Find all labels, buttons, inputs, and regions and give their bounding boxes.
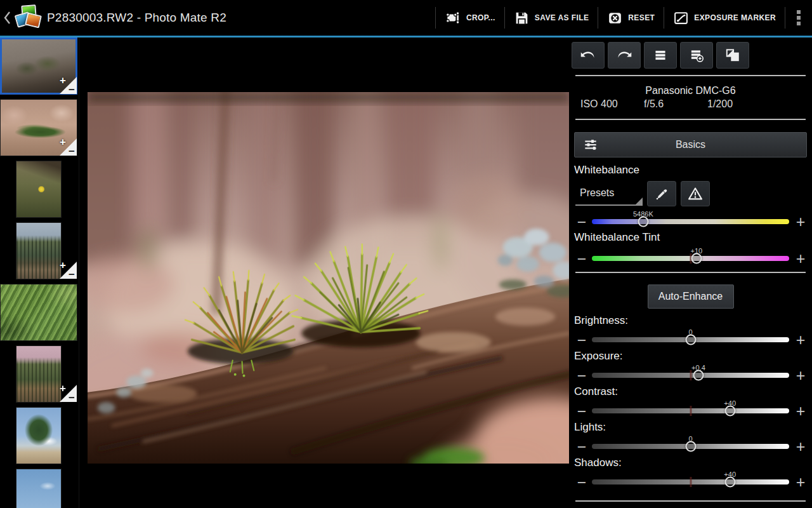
wb-preset-value: Presets bbox=[575, 187, 614, 199]
shadows-track[interactable]: +40 bbox=[592, 479, 789, 485]
brightness-group: Brightness: − 0 + bbox=[569, 314, 812, 344]
wb-preset-spinner[interactable]: Presets bbox=[575, 182, 643, 206]
crop-button[interactable]: CROP... bbox=[436, 0, 504, 36]
brightness-label: Brightness: bbox=[574, 314, 812, 327]
slider-thumb[interactable] bbox=[724, 406, 735, 417]
thumbnail-spruce-branches[interactable] bbox=[0, 284, 77, 341]
clipping-warning-button[interactable] bbox=[681, 181, 710, 206]
slider-plus[interactable]: + bbox=[794, 371, 807, 380]
contrast-group: Contrast: − +40 + bbox=[569, 385, 812, 415]
main-photo[interactable] bbox=[88, 92, 569, 464]
camera-model: Panasonic DMC-G6 bbox=[569, 85, 812, 97]
exposure-slider: − +0.4 + bbox=[575, 371, 807, 380]
brightness-track[interactable]: 0 bbox=[592, 337, 789, 342]
tone-curve-icon bbox=[673, 10, 689, 26]
iso-value: ISO 400 bbox=[580, 98, 644, 110]
save-icon bbox=[514, 10, 530, 26]
slider-plus[interactable]: + bbox=[794, 254, 807, 263]
thumbnail-yellow-flower[interactable] bbox=[0, 161, 77, 218]
divider bbox=[575, 272, 806, 273]
exif-row: ISO 400 f/5.6 1/200 bbox=[569, 98, 812, 110]
eyedropper-icon bbox=[654, 186, 669, 201]
edited-badge: + − bbox=[60, 385, 77, 402]
thumbnail-tree-sky[interactable] bbox=[0, 469, 77, 508]
shadows-slider: − +40 + bbox=[575, 478, 807, 486]
slider-thumb[interactable] bbox=[685, 441, 696, 452]
exposure-track[interactable]: +0.4 bbox=[592, 373, 789, 378]
exposure-marker-label: EXPOSURE MARKER bbox=[694, 13, 776, 22]
list-add-icon bbox=[688, 47, 705, 64]
window-title: P2830003.RW2 - Photo Mate R2 bbox=[47, 11, 226, 25]
add-snapshot-button[interactable] bbox=[680, 42, 713, 69]
slider-thumb[interactable] bbox=[724, 477, 735, 488]
warning-triangle-icon bbox=[687, 185, 704, 202]
slider-plus[interactable]: + bbox=[794, 217, 807, 226]
slider-minus[interactable]: − bbox=[575, 371, 588, 380]
thumbnail-image bbox=[16, 161, 62, 218]
exposure-marker-button[interactable]: EXPOSURE MARKER bbox=[664, 0, 785, 36]
thumbnail-image bbox=[16, 222, 62, 279]
lights-label: Lights: bbox=[574, 421, 812, 434]
back-button[interactable] bbox=[0, 0, 14, 36]
divider bbox=[575, 75, 806, 76]
before-after-button[interactable] bbox=[716, 42, 749, 69]
app-icon[interactable] bbox=[15, 4, 42, 32]
thumbnail-conifer-branch[interactable]: + − bbox=[0, 99, 77, 156]
whitebalance-label: Whitebalance bbox=[574, 164, 812, 177]
wb-temp-slider: − 5486K + bbox=[575, 217, 807, 226]
wb-tint-track[interactable]: +10 bbox=[592, 256, 789, 261]
panel-toolbar bbox=[572, 42, 812, 69]
reset-label: RESET bbox=[628, 13, 655, 22]
slider-minus[interactable]: − bbox=[575, 217, 588, 226]
section-title: Basics bbox=[575, 139, 806, 150]
thumbnail-forest-path[interactable]: + − bbox=[0, 222, 77, 279]
undo-button[interactable] bbox=[572, 42, 605, 69]
redo-icon bbox=[616, 47, 632, 64]
center-tick bbox=[690, 477, 691, 487]
edited-badge: + − bbox=[60, 138, 77, 156]
thumbnail-forest-path-pink[interactable]: + − bbox=[0, 345, 77, 403]
lights-track[interactable]: 0 bbox=[592, 444, 789, 449]
slider-thumb[interactable] bbox=[693, 370, 704, 381]
slider-thumb[interactable] bbox=[638, 217, 648, 227]
slider-plus[interactable]: + bbox=[794, 335, 807, 344]
edited-badge: + − bbox=[60, 262, 77, 279]
slider-plus[interactable]: + bbox=[794, 406, 807, 415]
overflow-menu-button[interactable] bbox=[785, 0, 812, 36]
reset-button[interactable]: RESET bbox=[598, 0, 664, 36]
aperture-value: f/5.6 bbox=[644, 98, 707, 110]
thumbnail-pine-tree[interactable] bbox=[0, 407, 77, 464]
contrast-track[interactable]: +40 bbox=[592, 408, 789, 413]
filmstrip: + − + − + − + − bbox=[0, 37, 79, 508]
redo-button[interactable] bbox=[608, 42, 641, 69]
slider-plus[interactable]: + bbox=[794, 478, 807, 486]
edited-badge: + − bbox=[60, 77, 77, 94]
wb-picker-button[interactable] bbox=[647, 181, 676, 206]
crop-label: CROP... bbox=[466, 13, 495, 22]
slider-thumb[interactable] bbox=[685, 335, 696, 345]
wb-temp-track[interactable]: 5486K bbox=[592, 219, 789, 224]
lights-group: Lights: − 0 + bbox=[569, 421, 812, 451]
slider-thumb[interactable] bbox=[691, 253, 702, 264]
slider-plus[interactable]: + bbox=[794, 442, 807, 451]
slider-minus[interactable]: − bbox=[575, 335, 588, 344]
slider-minus[interactable]: − bbox=[575, 478, 588, 486]
auto-enhance-button[interactable]: Auto-Enhance bbox=[648, 284, 734, 309]
thumbnail-image bbox=[0, 284, 77, 341]
thumbnail-image bbox=[16, 407, 62, 464]
thumbnail-image bbox=[16, 469, 62, 508]
contrast-label: Contrast: bbox=[574, 385, 812, 398]
reset-icon bbox=[607, 10, 623, 26]
basics-section-header[interactable]: Basics bbox=[574, 132, 807, 157]
divider bbox=[575, 500, 806, 502]
save-as-file-label: SAVE AS FILE bbox=[535, 13, 589, 22]
slider-minus[interactable]: − bbox=[575, 254, 588, 263]
moss-log-photo bbox=[88, 92, 569, 464]
slider-minus[interactable]: − bbox=[575, 442, 588, 451]
slider-minus[interactable]: − bbox=[575, 406, 588, 415]
edit-panel: Panasonic DMC-G6 ISO 400 f/5.6 1/200 Bas… bbox=[569, 37, 812, 508]
history-list-button[interactable] bbox=[644, 42, 677, 69]
thumbnail-moss-log[interactable]: + − bbox=[0, 37, 77, 95]
save-as-file-button[interactable]: SAVE AS FILE bbox=[505, 0, 598, 36]
list-icon bbox=[652, 47, 669, 64]
